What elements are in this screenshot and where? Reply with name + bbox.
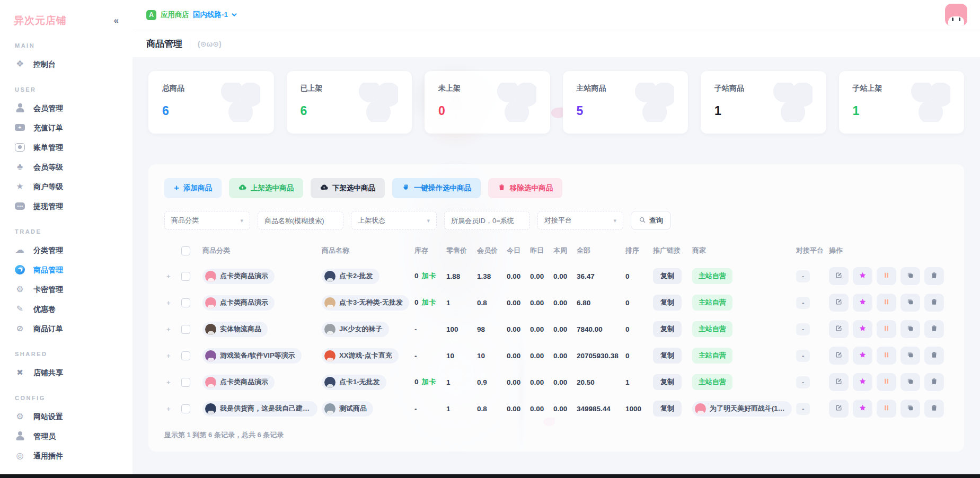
- filter-input-name[interactable]: [264, 217, 337, 225]
- copy-action-button[interactable]: [900, 400, 920, 418]
- pause-action-button[interactable]: [877, 267, 896, 285]
- copy-link-button[interactable]: 复制: [653, 401, 682, 417]
- trash-action-button[interactable]: [924, 373, 944, 391]
- filter-select-status[interactable]: 上架状态▾: [351, 211, 437, 230]
- trash-action-button[interactable]: [924, 347, 944, 365]
- pause-action-button[interactable]: [877, 320, 896, 338]
- edit-action-button[interactable]: [829, 347, 849, 365]
- sidebar-item-console[interactable]: 控制台: [0, 54, 133, 74]
- copy-link-button[interactable]: 复制: [653, 374, 682, 390]
- select-all-checkbox[interactable]: [181, 246, 190, 255]
- add-cards-link[interactable]: 加卡: [422, 378, 436, 386]
- copy-action-button[interactable]: [900, 373, 920, 391]
- sidebar-item-coupons[interactable]: 优惠卷: [0, 299, 133, 318]
- publish-button[interactable]: 上架选中商品: [229, 178, 303, 198]
- trash-icon: [930, 404, 938, 413]
- add-cards-link[interactable]: 加卡: [422, 298, 436, 306]
- trash-action-button[interactable]: [924, 320, 944, 338]
- chevron-down-icon[interactable]: [231, 11, 238, 19]
- star-action-button[interactable]: [853, 400, 872, 418]
- sidebar-item-billing[interactable]: 账单管理: [0, 137, 133, 157]
- row-checkbox[interactable]: [181, 351, 190, 360]
- sidebar-item-site-settings[interactable]: 网站设置: [0, 406, 133, 426]
- filter-select-category[interactable]: 商品分类▾: [164, 211, 250, 230]
- sidebar-item-card-keys[interactable]: 卡密管理: [0, 279, 133, 299]
- sidebar-item-products[interactable]: 商品管理: [0, 260, 133, 279]
- edit-action-button[interactable]: [829, 267, 849, 285]
- copy-action-button[interactable]: [900, 347, 920, 365]
- row-expander[interactable]: +: [166, 272, 171, 280]
- row-checkbox[interactable]: [181, 325, 190, 334]
- copy-action-button[interactable]: [900, 320, 920, 338]
- star-icon: [859, 377, 867, 387]
- sort-cell: 1000: [623, 395, 651, 422]
- sidebar-item-shop-share[interactable]: 店铺共享: [0, 362, 133, 382]
- filter-input-member-id[interactable]: [451, 217, 523, 225]
- sort-cell: 0: [623, 263, 651, 289]
- star-action-button[interactable]: [853, 347, 872, 365]
- row-checkbox[interactable]: [181, 404, 190, 413]
- row-expander[interactable]: +: [166, 299, 171, 307]
- sidebar-item-product-orders[interactable]: 商品订单: [0, 318, 133, 338]
- copy-link-button[interactable]: 复制: [653, 268, 682, 284]
- sidebar-collapse-icon[interactable]: [114, 15, 119, 26]
- sidebar-item-members[interactable]: 会员管理: [0, 98, 133, 118]
- pause-action-button[interactable]: [877, 294, 896, 312]
- stat-value: 1: [853, 104, 951, 118]
- pause-action-button[interactable]: [877, 400, 896, 418]
- copy-link-button[interactable]: 复制: [653, 348, 682, 364]
- trash-action-button[interactable]: [924, 294, 944, 312]
- edit-action-button[interactable]: [829, 320, 849, 338]
- line-selector[interactable]: 国内线路-1: [193, 10, 228, 20]
- sidebar-item-member-levels[interactable]: 会员等级: [0, 157, 133, 176]
- sidebar-item-plugins[interactable]: 通用插件: [0, 446, 133, 465]
- row-expander[interactable]: +: [166, 405, 171, 413]
- row-expander[interactable]: +: [166, 378, 171, 386]
- stat-label: 主站商品: [577, 84, 675, 93]
- add-cards-link[interactable]: 加卡: [422, 272, 436, 280]
- edit-action-button[interactable]: [829, 400, 849, 418]
- pause-action-button[interactable]: [877, 347, 896, 365]
- row-checkbox[interactable]: [181, 298, 190, 307]
- copy-action-button[interactable]: [900, 294, 920, 312]
- remove-button[interactable]: 移除选中商品: [488, 178, 562, 198]
- sidebar-item-withdrawals[interactable]: 提现管理: [0, 196, 133, 216]
- add-button[interactable]: +添加商品: [164, 178, 222, 198]
- row-checkbox[interactable]: [181, 272, 190, 281]
- filter-select-platform[interactable]: 对接平台▾: [537, 211, 623, 230]
- user-icon: [15, 103, 25, 113]
- star-action-button[interactable]: [853, 373, 872, 391]
- sidebar-item-label: 控制台: [33, 60, 56, 68]
- category-cell: 我是供货商，这是我自己建的分类: [200, 395, 320, 422]
- product-name-cell: 点卡3-无种类-无批发: [320, 289, 412, 316]
- sidebar-item-merchant-levels[interactable]: 商户等级: [0, 176, 133, 196]
- sidebar-item-recharge-orders[interactable]: 充值订单: [0, 118, 133, 137]
- avatar: [324, 403, 336, 414]
- billing-icon: [15, 143, 25, 152]
- table-row: +游戏装备/软件VIP等演示XX游戏-点卡直充-10100.000.000.00…: [164, 342, 948, 369]
- sidebar-item-admins[interactable]: 管理员: [0, 426, 133, 446]
- unpublish-button[interactable]: 下架选中商品: [311, 178, 385, 198]
- row-expander[interactable]: +: [166, 325, 171, 333]
- sidebar-item-categories[interactable]: 分类管理: [0, 240, 133, 260]
- edit-action-button[interactable]: [829, 373, 849, 391]
- search-button[interactable]: 查询: [631, 211, 671, 230]
- copy-link-button[interactable]: 复制: [653, 321, 682, 337]
- edit-action-button[interactable]: [829, 294, 849, 312]
- avatar: [324, 297, 336, 308]
- batch-button[interactable]: 一键操作选中商品: [392, 178, 481, 198]
- avatar: [324, 324, 336, 335]
- platform-value: -: [796, 376, 810, 388]
- user-avatar[interactable]: [945, 4, 967, 26]
- row-expander[interactable]: +: [166, 352, 171, 360]
- copy-link-button[interactable]: 复制: [653, 295, 682, 311]
- star-action-button[interactable]: [853, 267, 872, 285]
- star-action-button[interactable]: [853, 320, 872, 338]
- copy-action-button[interactable]: [900, 267, 920, 285]
- row-checkbox[interactable]: [181, 378, 190, 387]
- category-cell: 实体物流商品: [200, 316, 320, 342]
- star-action-button[interactable]: [853, 294, 872, 312]
- trash-action-button[interactable]: [924, 400, 944, 418]
- trash-action-button[interactable]: [924, 267, 944, 285]
- pause-action-button[interactable]: [877, 373, 896, 391]
